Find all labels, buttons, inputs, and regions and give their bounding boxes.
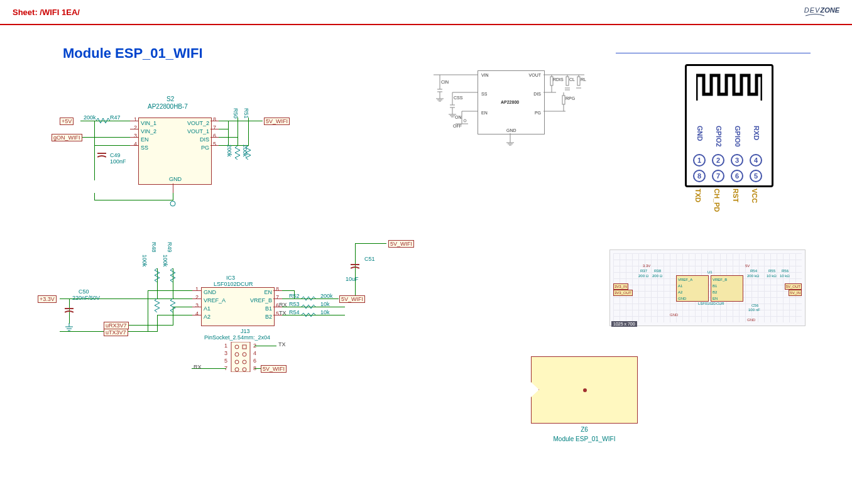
schematic-canvas[interactable]: Module ESP_01_WIFI S2 AP22800HB-7 VIN_1 …: [0, 20, 852, 504]
flag-5v-wifi-c51: 5V_WIFI: [388, 240, 414, 248]
svg-rect-46: [566, 77, 569, 85]
s2-ic-body: VIN_1 VIN_2 EN SS VOUT_2 VOUT_1 DIS PG G…: [138, 118, 212, 185]
svg-rect-47: [577, 77, 580, 85]
s2-ref: S2: [167, 96, 174, 102]
connector-icon: [226, 342, 255, 372]
svg-point-1: [170, 201, 175, 206]
cap-icon: [65, 306, 74, 315]
gnd-icon: [65, 323, 73, 332]
flag-5v-in: +5V: [60, 118, 74, 125]
flag-5v-wifi: 5V_WIFI: [264, 118, 290, 125]
ic3-ref: IC3: [226, 275, 235, 281]
antenna-icon: [696, 69, 762, 104]
flag-gon-wifi: gON_WIFI: [52, 134, 82, 141]
devzone-logo: DEVZONE: [804, 6, 839, 18]
module-title: Module ESP_01_WIFI: [63, 45, 203, 62]
ic3-part: LSF0102DCUR: [214, 281, 253, 287]
flag-utx: uTX3V7: [104, 329, 128, 336]
flag-5v-wifi: 5V_WIFI: [339, 295, 365, 303]
ap22800-ref: AP22800 VIN SS EN VOUT DIS PG GND: [434, 61, 591, 162]
sheet-title: Sheet: /WIFI 1EA/: [13, 8, 80, 17]
svg-rect-8: [231, 342, 250, 372]
size-badge: 1025 x 700: [611, 321, 637, 327]
z6-sheet: Z6 Module ESP_01_WIFI: [531, 356, 638, 441]
svg-rect-45: [562, 96, 565, 104]
svg-point-36: [464, 119, 466, 122]
cap-icon: [351, 262, 359, 271]
gnd-icon: [169, 200, 177, 207]
j13-flag: 5V_WIFI: [261, 365, 287, 373]
z6-name: Module ESP_01_WIFI: [531, 436, 638, 442]
esp01-pinout: GND GPIO2 GPIO0 RXD 1 2 3 4 8 7 6 5 TXD …: [685, 64, 776, 240]
s2-part: AP22800HB-7: [148, 103, 188, 110]
s2-block: S2 AP22800HB-7 VIN_1 VIN_2 EN SS VOUT_2 …: [60, 96, 292, 209]
j13-block: J13 PinSocket_2.54mm:_2x04 1 2 3 4 5 6 7…: [192, 328, 292, 372]
ic3-body: GND VREF_A A1 A2 EN VREF_B B1 B2: [201, 287, 275, 326]
z6-ref: Z6: [531, 426, 638, 433]
divider: [616, 53, 811, 53]
lsf0102-ref: VREF_A A1 A2 GND VREF_B B1 B2 EN LSF0102…: [609, 249, 806, 326]
flag-3v3: +3.3V: [38, 295, 57, 303]
cap-icon: [97, 151, 106, 160]
